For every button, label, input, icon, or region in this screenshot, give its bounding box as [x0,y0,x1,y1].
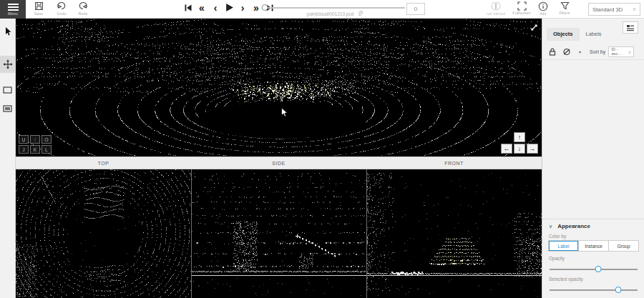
key-o-button[interactable]: O [42,135,52,144]
color-by-segmented-control: Label Instance Group [548,240,639,252]
key-k-button[interactable]: K [30,145,40,154]
undo-icon [57,1,67,11]
menu-button[interactable]: Menu [0,0,26,19]
expand-icon [530,24,538,31]
image-tool-button[interactable] [0,100,15,117]
redo-button[interactable]: Redo [73,1,93,16]
save-button[interactable]: Save [29,1,49,16]
panel-layout-button[interactable] [623,21,638,34]
move-tool-button[interactable] [0,56,15,73]
hamburger-icon [8,4,19,11]
menu-label: Menu [0,12,26,16]
frame-slider[interactable] [265,7,405,9]
filter-icon [560,1,570,11]
front-view-canvas[interactable] [367,169,542,298]
play-icon [225,3,234,12]
list-layout-icon [626,24,635,31]
color-by-option-instance[interactable]: Instance [579,241,609,251]
frame-number-input[interactable] [406,3,425,15]
box-tool-button[interactable] [0,81,15,99]
view-pan-keypad: ↑ ← ↓ → [501,131,538,154]
chevron-down-icon: ∨ [549,224,552,229]
top-view-canvas[interactable] [16,169,191,298]
skip-to-start-button[interactable] [183,2,193,13]
select-tool-button[interactable] [0,23,15,40]
selected-opacity-slider[interactable] [550,287,638,293]
hide-all-button[interactable] [562,48,571,56]
left-tool-palette [0,19,16,298]
key-j-button[interactable]: J [19,145,29,154]
view-mode-select[interactable]: Standard 3D ∨ [588,3,640,16]
tab-labels[interactable]: Labels [580,28,608,41]
chevron-down-icon: ∨ [633,6,636,12]
side-view-label: SIDE [191,157,366,169]
opacity-slider-handle[interactable] [595,266,601,272]
key-i-button[interactable]: I [30,135,40,144]
ortho-views-row [16,169,542,298]
pan-right-button[interactable]: → [527,144,538,154]
top-toolbar: Menu Save Undo Redo « ‹ [0,0,644,19]
key-l-button[interactable]: L [42,145,52,154]
view-rotation-keypad: U I O J K L [19,134,52,154]
next-frame-button[interactable]: › [238,2,248,13]
eye-off-icon [562,48,571,56]
previous-frame-button[interactable]: ‹ [210,2,220,13]
pointcloud-3d-canvas[interactable] [16,19,542,157]
frame-slider-handle[interactable] [262,4,268,11]
tab-objects[interactable]: Objects [547,28,580,41]
sort-by-label: Sort by [590,49,605,54]
appearance-title: Appearance [557,223,590,229]
skip-start-icon [184,4,192,12]
pan-left-button[interactable]: ← [501,144,512,154]
attachment-icon[interactable] [357,11,363,16]
chevron-down-icon: ∨ [628,49,631,54]
objects-toolbar: ▾ Sort by ID - asc... ∨ [542,44,644,60]
lock-icon [549,48,556,56]
color-by-option-group[interactable]: Group [609,241,638,251]
filename-label: pointcloud/001210.pcd [307,11,353,16]
pointer-icon [4,26,12,36]
info-button[interactable]: Info [531,1,555,16]
lock-all-button[interactable] [549,48,556,56]
front-view-label: FRONT [366,157,542,169]
sort-select-value: ID - asc... [611,47,628,56]
selected-opacity-label: Selected opacity [549,277,644,282]
pan-down-button[interactable]: ↓ [514,144,525,154]
box-icon [3,86,12,94]
expand-view-button[interactable] [530,21,538,34]
mouse-cursor [280,107,288,121]
pan-up-button[interactable]: ↑ [514,132,525,142]
view-mode-value: Standard 3D [592,6,623,13]
ortho-view-labels: TOP SIDE FRONT [16,157,542,169]
sort-select[interactable]: ID - asc... ∨ [608,46,634,57]
perspective-3d-view[interactable]: U I O J K L ↑ ← ↓ → [16,19,542,157]
side-view-canvas[interactable] [192,169,366,298]
redo-icon [78,1,88,11]
undo-button[interactable]: Undo [52,1,72,16]
top-view-label: TOP [16,157,191,169]
fullscreen-icon [517,1,527,11]
color-by-label: Color by [549,234,644,239]
brain-icon [490,1,502,11]
opacity-label: Opacity [549,256,644,261]
panel-tabs: Objects Labels [547,28,608,41]
fullscreen-button[interactable]: Fullscreen [509,1,534,15]
info-icon [538,1,548,11]
play-button[interactable] [224,2,234,13]
ai-status: not trained [484,1,508,16]
image-box-icon [3,105,12,112]
move-icon [3,59,13,69]
save-icon [34,1,44,11]
filters-button[interactable]: Filters [552,1,577,15]
opacity-slider[interactable] [550,266,638,272]
appearance-header[interactable]: ∨ Appearance [542,219,644,229]
color-by-option-label[interactable]: Label [549,241,579,251]
selected-opacity-slider-handle[interactable] [615,287,621,293]
fast-backward-button[interactable]: « [197,2,207,13]
right-panel: Objects Labels ▾ Sort by ID - asc... ∨ ∨… [542,19,644,298]
caret-down-icon[interactable]: ▾ [579,49,581,54]
filename-row: pointcloud/001210.pcd [258,11,412,16]
key-u-button[interactable]: U [19,135,29,144]
appearance-section: ∨ Appearance Color by Label Instance Gro… [542,219,644,298]
